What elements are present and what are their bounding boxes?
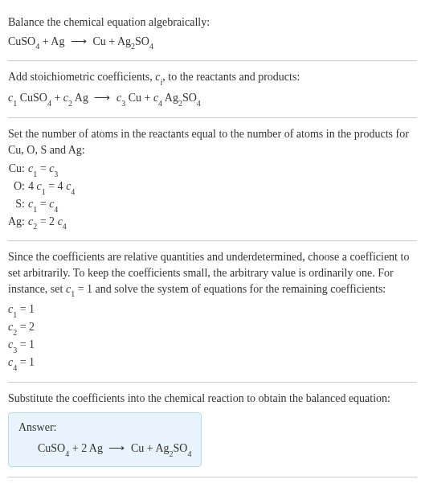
balanced-equation: CuSO4 + 2 Ag ⟶ Cu + Ag2SO4 <box>18 440 191 458</box>
atom-intro: Set the number of atoms in the reactants… <box>8 126 417 158</box>
answer-intro: Substitute the coefficients into the che… <box>8 391 417 407</box>
coeff-value: c1 = 1 <box>8 301 417 319</box>
table-row: O: 4 c1 = 4 c4 <box>8 178 80 196</box>
coeff-intro: Add stoichiometric coefficients, ci, to … <box>8 69 417 87</box>
coeff-value: c4 = 1 <box>8 354 417 372</box>
reactant-2: Ag <box>51 35 64 47</box>
coeff-value: c2 = 2 <box>8 319 417 337</box>
unbalanced-equation: CuSO4 + Ag ⟶ Cu + Ag2SO4 <box>8 34 417 51</box>
atom-equations-table: Cu: c1 = c3 O: 4 c1 = 4 c4 S: c1 = c4 Ag… <box>8 161 80 231</box>
answer-label: Answer: <box>18 420 191 436</box>
problem-intro: Balance the chemical equation algebraica… <box>8 14 417 31</box>
coeff-equation: c1 CuSO4 + c2 Ag ⟶ c3 Cu + c4 Ag2SO4 <box>8 90 417 108</box>
coeff-value: c3 = 1 <box>8 337 417 354</box>
section-solve: Since the coefficients are relative quan… <box>8 241 417 382</box>
section-problem: Balance the chemical equation algebraica… <box>8 6 417 61</box>
section-atom-balance: Set the number of atoms in the reactants… <box>8 118 417 241</box>
arrow-icon: ⟶ <box>105 442 128 454</box>
section-answer: Substitute the coefficients into the che… <box>8 383 417 477</box>
table-row: Cu: c1 = c3 <box>8 161 80 178</box>
product-side: Cu + Ag2SO4 <box>92 35 153 47</box>
table-row: Ag: c2 = 2 c4 <box>8 214 80 232</box>
arrow-icon: ⟶ <box>67 35 90 47</box>
section-coefficients: Add stoichiometric coefficients, ci, to … <box>8 61 417 118</box>
solve-intro: Since the coefficients are relative quan… <box>8 249 417 298</box>
arrow-icon: ⟶ <box>91 92 113 104</box>
answer-box: Answer: CuSO4 + 2 Ag ⟶ Cu + Ag2SO4 <box>8 412 202 466</box>
reactant-1: CuSO4 <box>8 35 39 47</box>
table-row: S: c1 = c4 <box>8 196 80 214</box>
